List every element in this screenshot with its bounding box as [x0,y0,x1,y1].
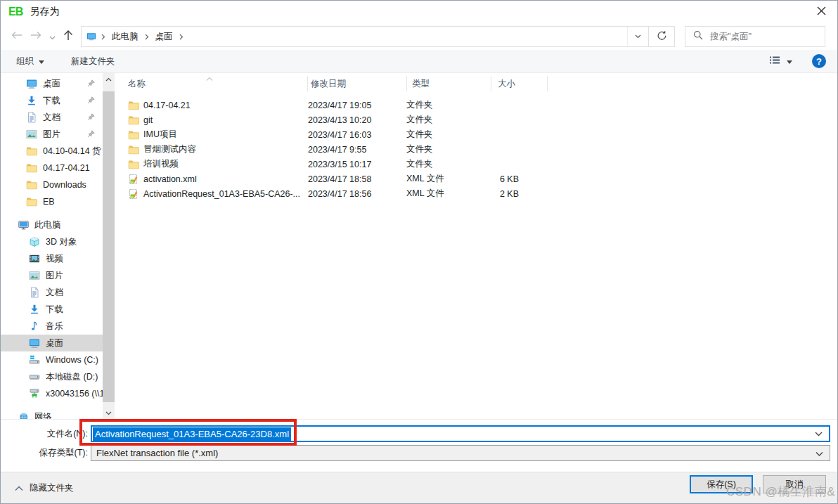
xml-icon [128,188,139,200]
up-arrow-icon [63,30,73,44]
column-header-size[interactable]: 大小 [491,76,548,91]
hide-folders-label: 隐藏文件夹 [30,482,74,494]
sidebar-item[interactable]: 桌面 [1,75,103,92]
sidebar-item[interactable]: 3D 对象 [1,233,103,250]
sidebar-item-network[interactable]: 网络 [1,408,103,419]
sidebar-item[interactable]: 视频 [1,250,103,267]
question-mark-icon: ? [816,56,822,67]
cancel-button[interactable]: 取消 [763,475,826,493]
pin-icon [86,112,96,124]
help-button[interactable]: ? [812,54,826,68]
file-row[interactable]: activation.xml 2023/4/17 18:58 XML 文件 6 … [115,172,837,186]
file-row[interactable]: 培训视频 2023/3/15 10:17 文件夹 [115,157,837,172]
sidebar-item[interactable]: x30043156 (\\1 [1,385,103,402]
folder-icon [26,146,38,157]
file-name-value: ActivationRequest_01A3-EBA5-CA26-23D8.xm… [93,427,291,441]
download-icon [26,95,38,106]
sidebar-item[interactable]: 桌面 [1,335,103,351]
column-header-type[interactable]: 类型 [407,76,491,91]
forward-button[interactable] [26,27,46,46]
sidebar-item[interactable]: 下载 [1,92,103,109]
search-placeholder: 搜索"桌面" [710,31,752,43]
sidebar-item[interactable]: 本地磁盘 (D:) [1,368,103,385]
sidebar-item[interactable]: EB [1,193,103,210]
sidebar-item[interactable]: 下载 [1,301,103,318]
drive-win-icon [29,354,41,366]
organize-button[interactable]: 组织 [16,56,44,67]
sidebar-item[interactable]: 04.17-04.21 [1,160,103,176]
net-drive-icon [29,388,41,399]
scrollbar-thumb[interactable] [103,91,115,402]
new-folder-button[interactable]: 新建文件夹 [71,56,115,67]
file-name-input[interactable]: ActivationRequest_01A3-EBA5-CA26-23D8.xm… [91,425,830,442]
breadcrumb-chevron-icon [174,34,188,40]
view-options-button[interactable] [768,55,792,67]
network-icon [18,411,30,419]
folder-icon [128,159,139,170]
chevron-down-icon [49,30,56,43]
this-pc-children: 3D 对象 视频 图片 文档 [1,233,103,402]
folder-icon [26,162,38,174]
back-button[interactable] [6,27,26,46]
sidebar-item[interactable]: 音乐 [1,318,103,335]
folder-icon [26,196,38,207]
file-row[interactable]: 04.17-04.21 2023/4/17 19:05 文件夹 [115,98,837,112]
search-icon [693,30,703,43]
sidebar-item-this-pc[interactable]: 此电脑 [1,217,103,233]
file-row[interactable]: 冒烟测试内容 2023/4/17 9:55 文件夹 [115,142,837,157]
sidebar-item[interactable]: 图片 [1,267,103,284]
close-button[interactable] [805,1,837,23]
pc-icon [18,219,30,231]
video-icon [29,253,41,264]
breadcrumb-chevron-icon [96,34,110,40]
search-box[interactable]: 搜索"桌面" [685,26,825,47]
music-icon [29,321,41,332]
list-view-icon [768,55,781,67]
document-icon [26,112,38,123]
breadcrumb-chevron-icon [140,34,154,40]
address-dropdown-button[interactable] [627,27,648,46]
file-row[interactable]: ActivationRequest_01A3-EBA5-CA26-... 202… [115,186,837,201]
scroll-up-button[interactable] [103,73,115,85]
address-bar[interactable]: 此电脑 桌面 [81,26,649,47]
quick-access-list: 桌面 下载 文档 [1,75,103,210]
save-button[interactable]: 保存(S) [690,475,753,493]
folder-icon [128,129,139,141]
triangle-down-icon [39,56,44,66]
pin-icon [86,79,96,90]
organize-label: 组织 [16,56,34,67]
sidebar-item[interactable]: 文档 [1,284,103,301]
hide-folders-button[interactable]: 隐藏文件夹 [15,482,74,494]
sidebar-item[interactable]: 文档 [1,109,103,126]
back-arrow-icon [11,30,22,43]
download-icon [29,304,41,315]
breadcrumb-this-pc[interactable]: 此电脑 [110,31,140,43]
folder-icon [26,179,38,190]
chevron-down-icon[interactable] [815,429,823,439]
sidebar-item[interactable]: 04.10-04.14 货 [1,143,103,160]
new-folder-label: 新建文件夹 [71,56,115,67]
file-list: 名称 修改日期 类型 大小 04.17-04.21 2023/4/17 19:0… [115,73,837,419]
column-headers: 名称 修改日期 类型 大小 [115,73,837,94]
sidebar-item[interactable]: Windows (C:) [1,351,103,368]
breadcrumb-desktop[interactable]: 桌面 [154,31,174,43]
file-row[interactable]: git 2023/4/13 10:20 文件夹 [115,112,837,127]
recent-locations-button[interactable] [46,27,58,46]
pin-icon [86,129,96,141]
up-button[interactable] [58,27,78,46]
scroll-down-button[interactable] [103,407,115,419]
xml-icon [128,174,139,185]
navigation-row: 此电脑 桌面 搜索"桌面" [1,23,837,50]
refresh-button[interactable] [649,26,675,47]
save-type-select[interactable]: FlexNet transaction file (*.xml) [91,445,830,461]
picture-icon [26,129,38,140]
scrollbar-track[interactable] [103,85,115,407]
chevron-down-icon[interactable] [816,448,823,458]
folder-icon [128,144,139,155]
sidebar-item[interactable]: Downloads [1,176,103,193]
picture-icon [29,270,41,281]
sidebar-item[interactable]: 图片 [1,126,103,143]
column-header-date[interactable]: 修改日期 [308,76,407,91]
sidebar-scrollbar[interactable] [103,73,115,419]
file-row[interactable]: IMU项目 2023/4/17 16:03 文件夹 [115,127,837,142]
